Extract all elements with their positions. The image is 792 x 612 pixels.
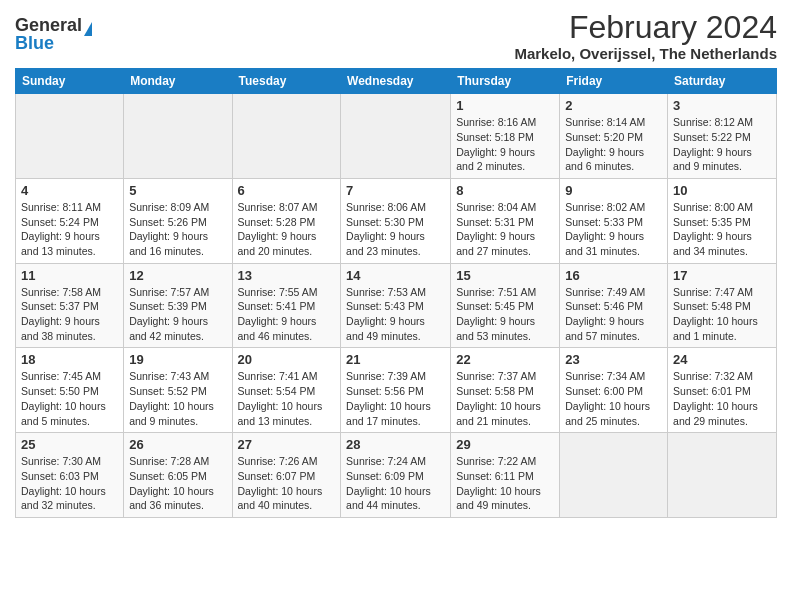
calendar-cell: 5Sunrise: 8:09 AM Sunset: 5:26 PM Daylig… <box>124 178 232 263</box>
calendar-cell: 4Sunrise: 8:11 AM Sunset: 5:24 PM Daylig… <box>16 178 124 263</box>
day-info: Sunrise: 8:00 AM Sunset: 5:35 PM Dayligh… <box>673 200 771 259</box>
day-info: Sunrise: 7:41 AM Sunset: 5:54 PM Dayligh… <box>238 369 336 428</box>
day-info: Sunrise: 7:22 AM Sunset: 6:11 PM Dayligh… <box>456 454 554 513</box>
logo: General Blue <box>15 16 92 52</box>
day-number: 20 <box>238 352 336 367</box>
day-number: 18 <box>21 352 118 367</box>
day-info: Sunrise: 7:58 AM Sunset: 5:37 PM Dayligh… <box>21 285 118 344</box>
calendar-cell: 11Sunrise: 7:58 AM Sunset: 5:37 PM Dayli… <box>16 263 124 348</box>
calendar-cell: 22Sunrise: 7:37 AM Sunset: 5:58 PM Dayli… <box>451 348 560 433</box>
day-info: Sunrise: 7:43 AM Sunset: 5:52 PM Dayligh… <box>129 369 226 428</box>
day-number: 28 <box>346 437 445 452</box>
day-number: 13 <box>238 268 336 283</box>
day-number: 27 <box>238 437 336 452</box>
calendar-cell: 17Sunrise: 7:47 AM Sunset: 5:48 PM Dayli… <box>668 263 777 348</box>
day-info: Sunrise: 8:06 AM Sunset: 5:30 PM Dayligh… <box>346 200 445 259</box>
calendar-cell: 23Sunrise: 7:34 AM Sunset: 6:00 PM Dayli… <box>560 348 668 433</box>
header-cell-sunday: Sunday <box>16 69 124 94</box>
day-info: Sunrise: 8:16 AM Sunset: 5:18 PM Dayligh… <box>456 115 554 174</box>
day-info: Sunrise: 7:51 AM Sunset: 5:45 PM Dayligh… <box>456 285 554 344</box>
calendar-cell: 13Sunrise: 7:55 AM Sunset: 5:41 PM Dayli… <box>232 263 341 348</box>
day-info: Sunrise: 8:02 AM Sunset: 5:33 PM Dayligh… <box>565 200 662 259</box>
calendar-cell: 10Sunrise: 8:00 AM Sunset: 5:35 PM Dayli… <box>668 178 777 263</box>
day-info: Sunrise: 8:12 AM Sunset: 5:22 PM Dayligh… <box>673 115 771 174</box>
calendar-cell: 18Sunrise: 7:45 AM Sunset: 5:50 PM Dayli… <box>16 348 124 433</box>
calendar-cell: 20Sunrise: 7:41 AM Sunset: 5:54 PM Dayli… <box>232 348 341 433</box>
day-number: 6 <box>238 183 336 198</box>
calendar-cell: 12Sunrise: 7:57 AM Sunset: 5:39 PM Dayli… <box>124 263 232 348</box>
subtitle: Markelo, Overijssel, The Netherlands <box>514 45 777 62</box>
day-number: 10 <box>673 183 771 198</box>
day-info: Sunrise: 8:04 AM Sunset: 5:31 PM Dayligh… <box>456 200 554 259</box>
logo-blue-text: Blue <box>15 34 54 52</box>
header-row: SundayMondayTuesdayWednesdayThursdayFrid… <box>16 69 777 94</box>
day-number: 4 <box>21 183 118 198</box>
day-info: Sunrise: 8:09 AM Sunset: 5:26 PM Dayligh… <box>129 200 226 259</box>
day-info: Sunrise: 7:53 AM Sunset: 5:43 PM Dayligh… <box>346 285 445 344</box>
calendar-cell: 1Sunrise: 8:16 AM Sunset: 5:18 PM Daylig… <box>451 94 560 179</box>
day-number: 24 <box>673 352 771 367</box>
day-number: 16 <box>565 268 662 283</box>
calendar-cell: 6Sunrise: 8:07 AM Sunset: 5:28 PM Daylig… <box>232 178 341 263</box>
day-number: 14 <box>346 268 445 283</box>
day-number: 8 <box>456 183 554 198</box>
calendar-cell <box>560 433 668 518</box>
day-info: Sunrise: 7:32 AM Sunset: 6:01 PM Dayligh… <box>673 369 771 428</box>
day-number: 9 <box>565 183 662 198</box>
day-number: 29 <box>456 437 554 452</box>
logo-icon <box>84 22 92 36</box>
day-number: 12 <box>129 268 226 283</box>
day-info: Sunrise: 7:37 AM Sunset: 5:58 PM Dayligh… <box>456 369 554 428</box>
calendar-cell: 21Sunrise: 7:39 AM Sunset: 5:56 PM Dayli… <box>341 348 451 433</box>
calendar-cell <box>341 94 451 179</box>
day-number: 23 <box>565 352 662 367</box>
header: General Blue February 2024 Markelo, Over… <box>15 10 777 62</box>
day-number: 25 <box>21 437 118 452</box>
calendar-cell: 2Sunrise: 8:14 AM Sunset: 5:20 PM Daylig… <box>560 94 668 179</box>
day-info: Sunrise: 7:39 AM Sunset: 5:56 PM Dayligh… <box>346 369 445 428</box>
day-info: Sunrise: 8:07 AM Sunset: 5:28 PM Dayligh… <box>238 200 336 259</box>
calendar-cell: 27Sunrise: 7:26 AM Sunset: 6:07 PM Dayli… <box>232 433 341 518</box>
header-cell-tuesday: Tuesday <box>232 69 341 94</box>
calendar-cell: 16Sunrise: 7:49 AM Sunset: 5:46 PM Dayli… <box>560 263 668 348</box>
day-number: 17 <box>673 268 771 283</box>
day-info: Sunrise: 7:24 AM Sunset: 6:09 PM Dayligh… <box>346 454 445 513</box>
day-info: Sunrise: 7:28 AM Sunset: 6:05 PM Dayligh… <box>129 454 226 513</box>
title-section: February 2024 Markelo, Overijssel, The N… <box>514 10 777 62</box>
day-info: Sunrise: 7:26 AM Sunset: 6:07 PM Dayligh… <box>238 454 336 513</box>
day-number: 19 <box>129 352 226 367</box>
week-row-1: 4Sunrise: 8:11 AM Sunset: 5:24 PM Daylig… <box>16 178 777 263</box>
calendar-body: 1Sunrise: 8:16 AM Sunset: 5:18 PM Daylig… <box>16 94 777 518</box>
week-row-0: 1Sunrise: 8:16 AM Sunset: 5:18 PM Daylig… <box>16 94 777 179</box>
day-info: Sunrise: 7:55 AM Sunset: 5:41 PM Dayligh… <box>238 285 336 344</box>
calendar-cell: 25Sunrise: 7:30 AM Sunset: 6:03 PM Dayli… <box>16 433 124 518</box>
day-number: 21 <box>346 352 445 367</box>
calendar-cell <box>668 433 777 518</box>
week-row-2: 11Sunrise: 7:58 AM Sunset: 5:37 PM Dayli… <box>16 263 777 348</box>
calendar-header: SundayMondayTuesdayWednesdayThursdayFrid… <box>16 69 777 94</box>
day-number: 7 <box>346 183 445 198</box>
calendar-cell: 3Sunrise: 8:12 AM Sunset: 5:22 PM Daylig… <box>668 94 777 179</box>
day-number: 15 <box>456 268 554 283</box>
calendar-cell: 26Sunrise: 7:28 AM Sunset: 6:05 PM Dayli… <box>124 433 232 518</box>
calendar-cell: 7Sunrise: 8:06 AM Sunset: 5:30 PM Daylig… <box>341 178 451 263</box>
calendar-cell <box>232 94 341 179</box>
day-number: 5 <box>129 183 226 198</box>
day-number: 11 <box>21 268 118 283</box>
day-number: 22 <box>456 352 554 367</box>
day-number: 26 <box>129 437 226 452</box>
calendar-cell: 9Sunrise: 8:02 AM Sunset: 5:33 PM Daylig… <box>560 178 668 263</box>
calendar-cell: 29Sunrise: 7:22 AM Sunset: 6:11 PM Dayli… <box>451 433 560 518</box>
day-info: Sunrise: 7:49 AM Sunset: 5:46 PM Dayligh… <box>565 285 662 344</box>
header-cell-thursday: Thursday <box>451 69 560 94</box>
day-info: Sunrise: 7:34 AM Sunset: 6:00 PM Dayligh… <box>565 369 662 428</box>
calendar-cell: 24Sunrise: 7:32 AM Sunset: 6:01 PM Dayli… <box>668 348 777 433</box>
calendar-cell <box>16 94 124 179</box>
logo-general-text: General <box>15 16 82 34</box>
day-info: Sunrise: 8:14 AM Sunset: 5:20 PM Dayligh… <box>565 115 662 174</box>
calendar-cell: 28Sunrise: 7:24 AM Sunset: 6:09 PM Dayli… <box>341 433 451 518</box>
header-cell-friday: Friday <box>560 69 668 94</box>
calendar-cell: 15Sunrise: 7:51 AM Sunset: 5:45 PM Dayli… <box>451 263 560 348</box>
calendar-cell: 14Sunrise: 7:53 AM Sunset: 5:43 PM Dayli… <box>341 263 451 348</box>
calendar-cell <box>124 94 232 179</box>
